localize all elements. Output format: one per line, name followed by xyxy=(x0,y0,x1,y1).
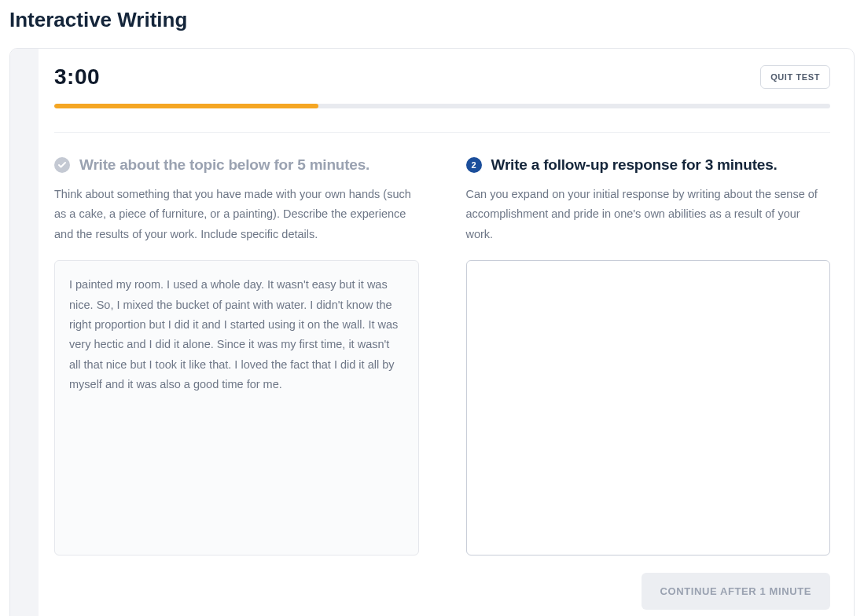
task-2-prompt: Can you expand on your initial response … xyxy=(466,185,831,244)
card-header: 3:00 QUIT TEST xyxy=(10,49,854,133)
check-icon xyxy=(54,157,70,173)
continue-button[interactable]: CONTINUE AFTER 1 MINUTE xyxy=(642,573,830,610)
quit-test-button[interactable]: QUIT TEST xyxy=(760,65,830,89)
divider xyxy=(54,132,830,133)
task-2-title: Write a follow-up response for 3 minutes… xyxy=(491,156,778,174)
progress-bar xyxy=(54,104,830,108)
test-card: 3:00 QUIT TEST Write about the topic bel… xyxy=(9,48,855,616)
progress-fill xyxy=(54,104,318,108)
step-number-badge: 2 xyxy=(466,157,482,173)
timer-display: 3:00 xyxy=(54,64,100,90)
task-step-2: 2 Write a follow-up response for 3 minut… xyxy=(466,133,831,610)
task-step-1: Write about the topic below for 5 minute… xyxy=(54,133,419,610)
task-2-response-input[interactable] xyxy=(466,260,831,556)
page-title: Interactive Writing xyxy=(0,0,864,48)
task-1-response-readonly: I painted my room. I used a whole day. I… xyxy=(54,260,419,556)
task-1-title: Write about the topic below for 5 minute… xyxy=(79,156,369,174)
task-1-prompt: Think about something that you have made… xyxy=(54,185,419,244)
